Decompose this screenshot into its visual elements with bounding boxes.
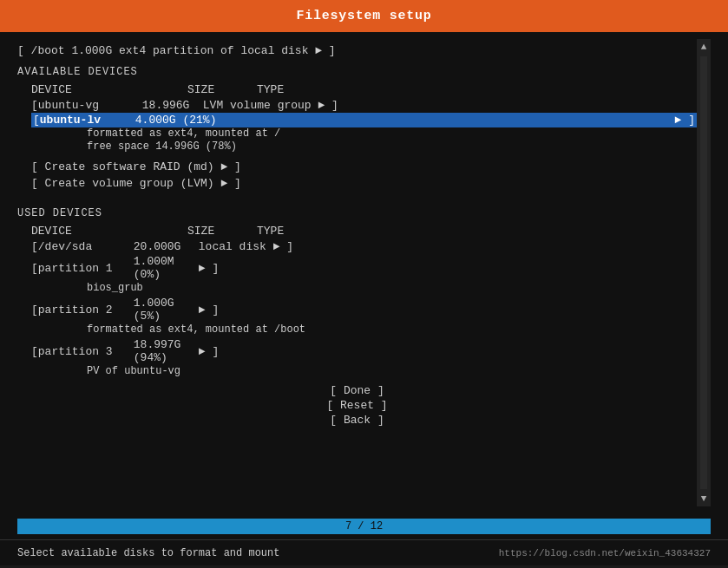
ubuntu-lv-row[interactable]: [ ubuntu-lv 4.000G (21%) ► ]: [31, 113, 697, 127]
partition-1-row[interactable]: [ partition 1 1.000M (0%) ► ]: [31, 254, 697, 282]
status-text: Select available disks to format and mou…: [17, 547, 279, 559]
scroll-down-arrow[interactable]: ▼: [701, 493, 707, 505]
scroll-up-arrow[interactable]: ▲: [701, 41, 707, 53]
partition-2-row[interactable]: [ partition 2 1.000G (5%) ► ]: [31, 296, 697, 323]
lv-detail-2: free space 14.996G (78%): [87, 140, 697, 153]
watermark: https://blog.csdn.net/weixin_43634327: [499, 548, 711, 558]
partition-3-detail: PV of ubuntu-vg: [87, 365, 697, 377]
available-devices-table-header: DEVICE SIZE TYPE: [17, 83, 697, 96]
main-content: [ /boot 1.000G ext4 partition of local d…: [0, 32, 728, 513]
available-devices-header: AVAILABLE DEVICES: [17, 66, 697, 78]
partition-2-detail: formatted as ext4, mounted at /boot: [87, 323, 697, 336]
scrollbar[interactable]: ▲ ▼: [697, 39, 711, 506]
title-bar: Filesystem setup: [0, 0, 728, 32]
create-lvm-action[interactable]: [ Create volume group (LVM) ► ]: [31, 177, 697, 190]
boot-entry[interactable]: [ /boot 1.000G ext4 partition of local d…: [17, 44, 697, 57]
lv-detail-1: formatted as ext4, mounted at /: [87, 127, 697, 140]
partition-3-row[interactable]: [ partition 3 18.997G (94%) ► ]: [31, 337, 697, 365]
used-devices-table-header: DEVICE SIZE TYPE: [17, 225, 697, 238]
used-devices-header: USED DEVICES: [17, 207, 697, 219]
progress-bar: 7 / 12: [17, 519, 711, 534]
create-raid-action[interactable]: [ Create software RAID (md) ► ]: [31, 160, 697, 173]
partition-1-detail: bios_grub: [87, 282, 697, 294]
progress-bar-container: 7 / 12: [0, 513, 728, 539]
reset-button[interactable]: [ Reset ]: [326, 399, 387, 412]
ubuntu-vg-row[interactable]: [ ubuntu-vg 18.996G LVM volume group ► ]: [31, 98, 697, 113]
back-button[interactable]: [ Back ]: [330, 414, 384, 427]
action-buttons: [ Done ] [ Reset ] [ Back ]: [17, 384, 697, 427]
status-bar: Select available disks to format and mou…: [0, 539, 728, 565]
scroll-track[interactable]: [700, 56, 707, 489]
title-label: Filesystem setup: [296, 9, 431, 23]
dev-sda-row[interactable]: [ /dev/sda 20.000G local disk ► ]: [31, 239, 697, 254]
content-area: [ /boot 1.000G ext4 partition of local d…: [17, 39, 697, 506]
progress-label: 7 / 12: [345, 520, 383, 532]
done-button[interactable]: [ Done ]: [330, 384, 384, 397]
boot-entry-text: [ /boot 1.000G ext4 partition of local d…: [17, 44, 336, 57]
